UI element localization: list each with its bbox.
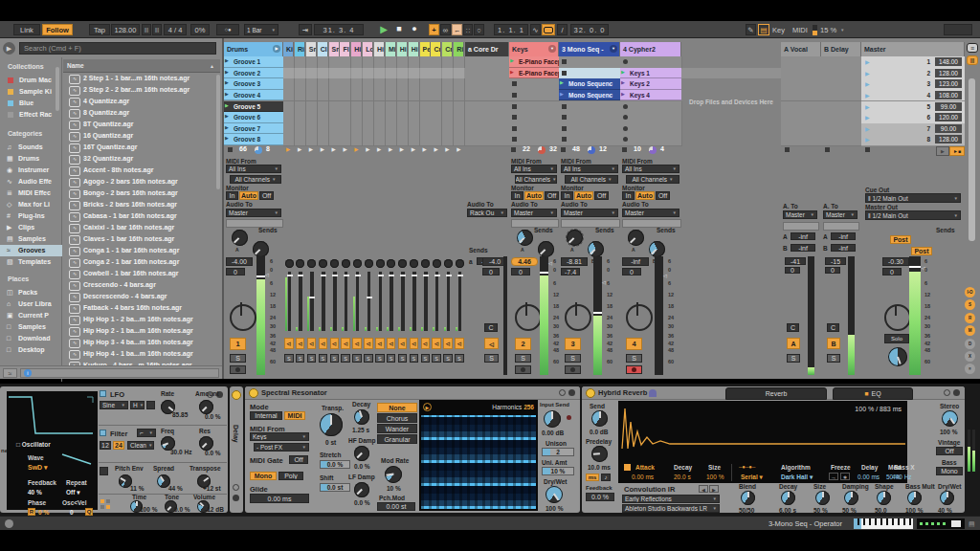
file-row[interactable]: ∿Bricks - 2 bars 16th notes.agr xyxy=(63,199,222,210)
sub-clip-launch-icon[interactable]: ▶ xyxy=(332,146,336,152)
knob-value[interactable]: 6.00 s xyxy=(779,507,796,514)
sub-pan-knob[interactable] xyxy=(398,259,407,268)
feedback-field[interactable]: 0.0 % xyxy=(586,493,614,501)
track-header-cypher[interactable]: 4 Cypher2 xyxy=(620,42,681,56)
sub-solo-button[interactable]: S xyxy=(375,354,385,363)
clip-slot[interactable] xyxy=(781,134,822,146)
track-header-sub-14[interactable]: Cr xyxy=(442,42,453,56)
file-row[interactable]: ∿Hip Hop 4 - 1 ba...m 16th notes.agr xyxy=(63,348,222,360)
file-row[interactable]: ∿8T Quantize.agr xyxy=(63,119,222,130)
mod-button-none[interactable]: None xyxy=(377,403,417,412)
knob-value[interactable]: 40 % xyxy=(938,507,952,514)
session-scrollbar[interactable] xyxy=(969,78,975,241)
monitor-in-button[interactable]: In xyxy=(226,191,238,200)
crossfade-assign[interactable]: C xyxy=(827,323,839,332)
track-header-sub-9[interactable]: Mi xyxy=(386,42,396,56)
solo-button[interactable]: S xyxy=(626,354,642,363)
sub-solo-button[interactable]: S xyxy=(296,354,305,363)
clip-launch-icon[interactable]: ▶ xyxy=(225,113,229,119)
search-input[interactable]: Search (Cmd + F) xyxy=(19,42,216,55)
lf-damp-value[interactable]: 0.0 % xyxy=(354,499,370,506)
freeze-button[interactable]: ∗ xyxy=(840,473,850,480)
audio-to-select[interactable]: Master xyxy=(783,210,817,219)
clip-slot[interactable] xyxy=(351,134,363,146)
clip-launch-icon[interactable]: ▶ xyxy=(225,135,229,141)
mixer-section-toggle-[interactable]: ≡ xyxy=(965,364,975,374)
punch-in-button[interactable]: ∿ xyxy=(530,24,541,35)
monitor-auto-button[interactable]: Auto xyxy=(239,191,258,200)
sub-solo-button[interactable]: S xyxy=(341,354,350,363)
track-header-sub-13[interactable]: Cr xyxy=(431,42,441,56)
save-preset-icon[interactable] xyxy=(953,389,960,396)
clip-slot[interactable] xyxy=(442,134,454,146)
sub-fader-handle[interactable] xyxy=(332,275,338,276)
delay-device-collapsed[interactable]: Delay xyxy=(230,386,243,513)
sub-fader-track[interactable] xyxy=(424,272,428,331)
operator-display[interactable]: □ Oscillator Wave SwD ▾ Feedback Repeat … xyxy=(7,391,98,510)
sub-fader-handle[interactable] xyxy=(355,275,361,276)
param-knob[interactable] xyxy=(907,491,922,505)
send-a-post-button[interactable]: Post xyxy=(890,235,911,244)
scene-tempo-field[interactable]: 128.00 xyxy=(935,135,962,143)
mod-button-chorus[interactable]: Chorus xyxy=(377,413,417,423)
sub-pan-knob[interactable] xyxy=(319,259,327,268)
file-row[interactable]: ∿Cabasa - 1 bar 16th notes.agr xyxy=(63,210,222,222)
scene-play-outline-button[interactable]: ▶ xyxy=(936,146,949,156)
sub-activator-button[interactable]: ◁ xyxy=(284,338,294,349)
track-header-sub-1[interactable]: Ri xyxy=(295,42,305,56)
mod-button-granular[interactable]: Granular xyxy=(377,434,417,444)
drop-zone[interactable]: Drop Files and Devices Here xyxy=(681,56,781,145)
sub-fader-track[interactable] xyxy=(435,272,439,331)
sub-fader-handle[interactable] xyxy=(287,275,293,276)
loop-start-field[interactable]: 1. 1. 1 xyxy=(494,24,528,35)
q-button[interactable]: Q xyxy=(85,508,93,516)
clip[interactable]: ▶Mono Sequenc xyxy=(559,90,620,101)
clip[interactable]: ▶E-Piano Facepl xyxy=(509,56,559,68)
collection-item[interactable]: Effect Rac xyxy=(0,109,62,121)
clip-slot[interactable] xyxy=(329,134,341,146)
clip[interactable]: ▶Groove 8 xyxy=(224,134,283,145)
sub-activator-button[interactable]: ◁ xyxy=(421,338,431,349)
sub-pan-knob[interactable] xyxy=(444,259,453,268)
bass-mono-select[interactable]: Mono xyxy=(936,467,963,475)
sub-clip-launch-icon[interactable]: ▶ xyxy=(423,146,427,152)
scene-tempo-field[interactable]: 128.00 xyxy=(935,69,962,77)
sub-solo-button[interactable]: S xyxy=(387,354,396,363)
display-play-icon[interactable]: ▶ xyxy=(423,403,432,411)
send-value[interactable]: 0.0 dB xyxy=(590,429,609,435)
filter-slope-24-button[interactable]: 24 xyxy=(113,441,124,450)
midi-from-channel-select[interactable]: - Post FX xyxy=(254,443,309,452)
clip[interactable]: ▶Groove 6 xyxy=(224,112,283,123)
clip-launch-icon[interactable]: ▶ xyxy=(621,69,625,75)
sub-pan-knob[interactable] xyxy=(387,259,395,268)
arm-button[interactable] xyxy=(515,365,531,374)
clip-slot[interactable] xyxy=(559,134,621,146)
master-solo-button[interactable]: Solo xyxy=(884,334,909,343)
mod-button-wander[interactable]: Wander xyxy=(377,424,417,433)
sub-solo-button[interactable]: S xyxy=(410,354,419,363)
sub-fader-handle[interactable] xyxy=(378,275,384,276)
track-header-sub-8[interactable]: Hi xyxy=(374,42,385,56)
sub-activator-button[interactable]: ◁ xyxy=(410,338,419,349)
return-stop-icon[interactable] xyxy=(825,147,830,152)
volume-field[interactable]: -inf xyxy=(622,257,649,266)
metronome-button[interactable]: ○● xyxy=(216,24,239,35)
attack-handle-icon[interactable] xyxy=(624,464,631,471)
file-row[interactable]: ∿2 Step 2 - 2 bar...m 16th notes.agr xyxy=(63,84,222,96)
sub-pan-knob[interactable] xyxy=(342,259,350,268)
clip[interactable]: ▶Keys 4 xyxy=(620,90,681,101)
arrangement-position-field[interactable]: 31. 3. 4 xyxy=(314,24,364,35)
solo-button[interactable]: S xyxy=(827,354,840,363)
clip-slot[interactable] xyxy=(821,134,862,146)
sub-pan-knob[interactable] xyxy=(365,259,373,268)
capture-midi-button[interactable]: ∞ xyxy=(440,24,451,35)
clip-launch-icon[interactable]: ▶ xyxy=(225,57,229,63)
send-b-post-button[interactable]: Post xyxy=(911,247,932,255)
sub-activator-button[interactable]: ◁ xyxy=(364,338,373,349)
volume-field[interactable]: 4.46 xyxy=(511,257,538,266)
file-row[interactable]: ∿4 Quantize.agr xyxy=(63,96,222,107)
pan-knob[interactable] xyxy=(884,304,911,331)
sub-fader-track[interactable] xyxy=(345,272,348,331)
sidebar-item-download[interactable]: □Download xyxy=(0,333,62,344)
audio-to-select[interactable]: Master xyxy=(823,210,858,219)
